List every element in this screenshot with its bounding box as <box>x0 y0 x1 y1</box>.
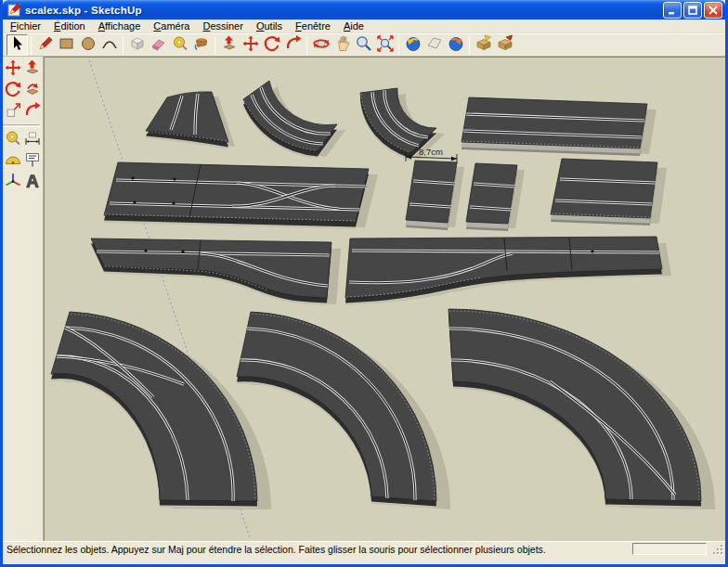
toolbar-separator <box>123 36 124 55</box>
text-icon <box>23 150 42 173</box>
previous-view-button[interactable] <box>402 34 423 56</box>
warehouse-share-button[interactable] <box>494 34 515 56</box>
scale-button[interactable] <box>3 101 22 122</box>
protractor-button[interactable] <box>3 150 22 172</box>
dimension-button[interactable] <box>22 129 42 150</box>
measurement-box[interactable] <box>632 543 707 555</box>
next-view-icon <box>447 34 465 57</box>
select-icon <box>8 34 27 57</box>
toolbar-separator <box>3 124 40 127</box>
piece-top-face <box>462 97 647 148</box>
rectangle-button[interactable] <box>56 34 77 56</box>
arc-button[interactable] <box>98 34 120 56</box>
menu-fenetre[interactable]: Fenêtre <box>289 19 337 32</box>
slot-connector-dot <box>591 250 593 252</box>
tape-measure-button[interactable] <box>169 34 190 56</box>
zoom-extents-button[interactable] <box>374 34 396 56</box>
paint-bucket-button[interactable] <box>190 34 212 56</box>
slot-connector-dot <box>172 201 175 204</box>
eraser-button[interactable] <box>148 34 169 56</box>
push-pull-icon <box>23 58 42 81</box>
menu-affichage[interactable]: Affichage <box>92 19 148 32</box>
view-plane-button[interactable] <box>423 34 445 56</box>
text-3d-button[interactable] <box>22 172 42 193</box>
move-button[interactable] <box>3 58 22 80</box>
toolbar-separator <box>469 36 470 55</box>
line-icon <box>36 34 55 57</box>
orbit-button[interactable] <box>310 34 332 56</box>
follow-me-icon <box>23 80 42 102</box>
line-button[interactable] <box>34 34 56 56</box>
push-pull-button[interactable] <box>218 34 240 56</box>
track-piece-straight-crossover[interactable] <box>104 162 378 229</box>
warehouse-get-icon <box>474 34 493 57</box>
select-button[interactable] <box>6 34 28 56</box>
axes-button[interactable] <box>3 172 22 193</box>
paint-bucket-icon <box>192 34 211 57</box>
status-message: Sélectionnez les objets. Appuyez sur Maj… <box>6 544 627 555</box>
offset-button[interactable] <box>282 34 304 56</box>
maximize-button[interactable] <box>683 2 702 19</box>
close-button[interactable] <box>704 2 722 19</box>
menu-fichier[interactable]: Fichier <box>4 19 47 32</box>
arc-icon <box>100 34 119 57</box>
piece-top-face <box>406 161 457 223</box>
piece-top-face <box>466 163 517 224</box>
resize-grip[interactable] <box>712 544 723 555</box>
track-piece-straight-half[interactable] <box>551 159 667 226</box>
slot-connector-dot <box>133 200 136 203</box>
push-pull-button[interactable] <box>22 58 42 80</box>
offset-button[interactable] <box>22 101 42 122</box>
track-piece-straight-quarter-a[interactable] <box>406 161 464 230</box>
menu-aide[interactable]: Aide <box>337 19 370 32</box>
toolbar-left <box>3 57 44 541</box>
component-button[interactable] <box>126 34 148 56</box>
view-plane-icon <box>425 34 444 57</box>
piece-top-face <box>551 159 657 218</box>
protractor-icon <box>4 150 22 173</box>
track-piece-curve-90-crossed-a[interactable] <box>51 312 271 509</box>
toolbar-separator <box>398 36 399 55</box>
track-piece-straight-quarter-b[interactable] <box>466 163 525 231</box>
menubar: FichierÉditionAffichageCaméraDessinerOut… <box>3 19 725 33</box>
menu-dessiner[interactable]: Dessiner <box>196 19 249 32</box>
track-piece-curve-45-a[interactable] <box>243 81 345 159</box>
model-scene: 8,7cm <box>44 57 725 541</box>
text-button[interactable] <box>22 150 42 172</box>
zoom-button[interactable] <box>353 34 374 56</box>
track-piece-curve-small[interactable] <box>146 92 235 149</box>
move-icon <box>4 58 22 81</box>
circle-button[interactable] <box>77 34 98 56</box>
next-view-button[interactable] <box>445 34 466 56</box>
rectangle-icon <box>58 34 76 57</box>
sketchup-app-icon <box>7 3 21 17</box>
sketchup-window: scalex.skp - SketchUp FichierÉditionAffi… <box>0 0 728 567</box>
menu-outils[interactable]: Outils <box>250 19 289 32</box>
track-piece-curve-90-crossed-b[interactable] <box>448 309 715 509</box>
tape-measure-button[interactable] <box>3 129 22 150</box>
menu-edition[interactable]: Édition <box>47 19 92 32</box>
track-piece-curve-90[interactable] <box>237 312 450 509</box>
slot-connector-dot <box>144 249 147 251</box>
track-piece-lane-merge[interactable] <box>345 237 671 305</box>
drawing-canvas[interactable]: 8,7cm <box>44 57 725 541</box>
rotate-button[interactable] <box>3 80 22 101</box>
zoom-extents-icon <box>376 34 395 57</box>
pan-button[interactable] <box>332 34 353 56</box>
menu-camera[interactable]: Caméra <box>147 19 196 32</box>
track-piece-straight-long[interactable] <box>462 97 656 156</box>
move-icon <box>241 34 260 57</box>
titlebar[interactable]: scalex.skp - SketchUp <box>3 0 725 19</box>
statusbar: Sélectionnez les objets. Appuyez sur Maj… <box>3 541 725 556</box>
minimize-button[interactable] <box>663 2 682 19</box>
toolbar-separator <box>306 36 307 55</box>
follow-me-button[interactable] <box>22 80 42 101</box>
move-button[interactable] <box>240 34 261 56</box>
slot-connector-dot <box>173 177 176 180</box>
circle-icon <box>79 34 98 57</box>
warehouse-get-button[interactable] <box>473 34 494 56</box>
workarea: 8,7cm <box>3 57 725 541</box>
previous-view-icon <box>404 34 422 57</box>
rotate-button[interactable] <box>261 34 282 56</box>
track-piece-lane-split[interactable] <box>91 238 341 305</box>
